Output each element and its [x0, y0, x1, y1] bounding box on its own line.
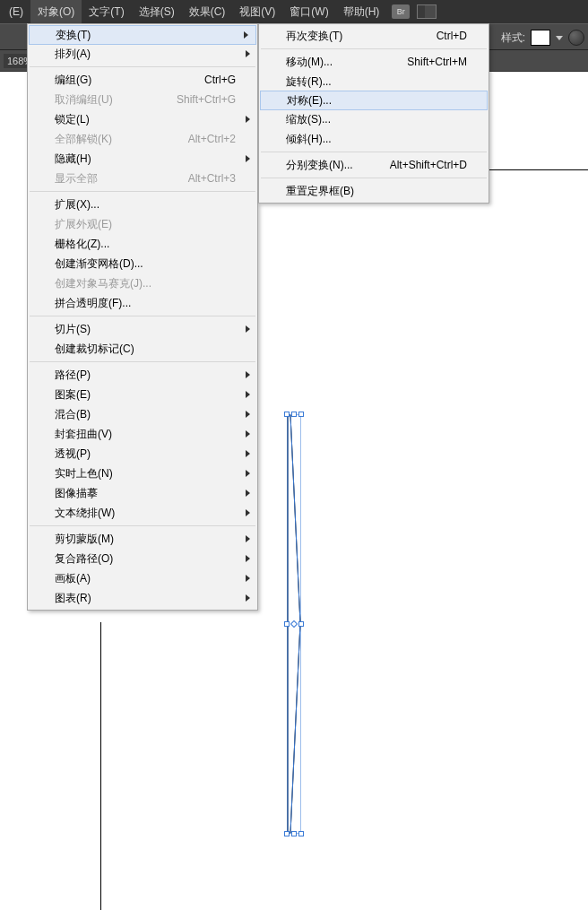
submenu-arrow-icon — [246, 411, 250, 418]
handle-bl[interactable] — [284, 831, 290, 836]
object-menu-item-3[interactable]: 编组(G)Ctrl+G — [28, 70, 257, 90]
transform-submenu-item-8[interactable]: 分别变换(N)...Alt+Shift+Ctrl+D — [259, 155, 489, 175]
object-menu-item-label: 画板(A) — [55, 568, 91, 588]
object-menu-item-31[interactable]: 画板(A) — [28, 568, 257, 588]
object-menu-item-13[interactable]: 创建渐变网格(D)... — [28, 254, 257, 273]
object-menu-item-15[interactable]: 拼合透明度(F)... — [28, 293, 257, 313]
menu-object[interactable]: 对象(O) — [30, 0, 82, 23]
menu-window[interactable]: 窗口(W) — [282, 0, 335, 23]
submenu-arrow-icon — [246, 450, 250, 457]
transform-submenu-item-4[interactable]: 对称(E)... — [260, 91, 488, 110]
menu-view[interactable]: 视图(V) — [232, 0, 282, 23]
object-menu-item-4: 取消编组(U)Shift+Ctrl+G — [28, 90, 257, 109]
submenu-arrow-icon — [246, 155, 250, 162]
object-menu-separator — [30, 361, 255, 362]
style-dropdown-icon[interactable] — [556, 36, 563, 40]
submenu-arrow-icon — [246, 391, 250, 398]
object-menu-item-7[interactable]: 隐藏(H) — [28, 149, 257, 169]
submenu-arrow-icon — [246, 325, 250, 333]
object-menu-item-shortcut: Shift+Ctrl+G — [150, 90, 236, 109]
object-menu-item-label: 显示全部 — [55, 169, 98, 188]
menu-edit-partial[interactable]: (E) — [2, 0, 30, 23]
object-menu-item-label: 全部解锁(K) — [55, 129, 112, 149]
object-menu-item-label: 路径(P) — [55, 365, 91, 385]
object-menu-item-27[interactable]: 文本绕排(W) — [28, 503, 257, 523]
transform-submenu-item-label: 缩放(S)... — [286, 109, 331, 129]
workspace-layout-icon[interactable] — [417, 4, 437, 19]
object-menu-item-5[interactable]: 锁定(L) — [28, 109, 257, 129]
menubar: (E) 对象(O) 文字(T) 选择(S) 效果(C) 视图(V) 窗口(W) … — [0, 0, 588, 23]
bridge-icon[interactable]: Br — [392, 4, 410, 19]
transform-submenu-item-label: 对称(E)... — [287, 91, 332, 110]
object-menu-separator — [30, 66, 255, 67]
object-menu-item-26[interactable]: 图像描摹 — [28, 483, 257, 503]
object-menu-item-shortcut: Alt+Ctrl+2 — [161, 129, 236, 149]
menu-type[interactable]: 文字(T) — [82, 0, 131, 23]
object-menu-item-18[interactable]: 创建裁切标记(C) — [28, 339, 257, 359]
object-menu-item-label: 创建对象马赛克(J)... — [55, 273, 151, 293]
transform-submenu-item-2[interactable]: 移动(M)...Shift+Ctrl+M — [259, 52, 489, 72]
transform-submenu-item-label: 倾斜(H)... — [286, 129, 332, 149]
object-menu-item-20[interactable]: 路径(P) — [28, 365, 257, 385]
selected-object[interactable] — [287, 414, 301, 834]
object-menu-item-32[interactable]: 图表(R) — [28, 588, 257, 608]
object-menu-item-6: 全部解锁(K)Alt+Ctrl+2 — [28, 129, 257, 149]
object-menu-item-30[interactable]: 复合路径(O) — [28, 549, 257, 568]
handle-tr[interactable] — [298, 412, 304, 417]
handle-ml[interactable] — [284, 621, 290, 627]
transform-submenu-item-5[interactable]: 缩放(S)... — [259, 109, 489, 129]
transform-submenu-separator — [261, 178, 487, 178]
handle-br[interactable] — [298, 831, 304, 836]
submenu-arrow-icon — [246, 535, 250, 542]
object-menu-item-22[interactable]: 混合(B) — [28, 404, 257, 424]
object-menu-item-label: 混合(B) — [55, 404, 91, 424]
handle-mb[interactable] — [291, 831, 297, 836]
menu-help[interactable]: 帮助(H) — [336, 0, 387, 23]
object-menu-item-21[interactable]: 图案(E) — [28, 385, 257, 404]
object-menu-item-shortcut: Alt+Ctrl+3 — [161, 169, 236, 188]
object-menu-item-29[interactable]: 剪切蒙版(M) — [28, 529, 257, 549]
object-menu-item-label: 拼合透明度(F)... — [55, 293, 131, 313]
object-menu-item-label: 扩展(X)... — [55, 195, 99, 214]
transform-submenu-item-label: 旋转(R)... — [286, 72, 332, 91]
menu-select[interactable]: 选择(S) — [132, 0, 182, 23]
transform-submenu-item-6[interactable]: 倾斜(H)... — [259, 129, 489, 149]
object-menu-item-label: 复合路径(O) — [55, 549, 113, 568]
handle-tl[interactable] — [284, 412, 290, 417]
object-menu-item-label: 图案(E) — [55, 385, 91, 404]
object-menu-item-0[interactable]: 变换(T) — [29, 25, 256, 45]
menu-effect[interactable]: 效果(C) — [182, 0, 233, 23]
object-menu-item-12[interactable]: 栅格化(Z)... — [28, 234, 257, 254]
object-menu-item-17[interactable]: 切片(S) — [28, 319, 257, 339]
transform-submenu-separator — [261, 48, 487, 49]
object-menu-item-14: 创建对象马赛克(J)... — [28, 273, 257, 293]
transform-submenu-item-3[interactable]: 旋转(R)... — [259, 72, 489, 91]
artboard-edge-v — [100, 622, 101, 910]
object-menu-item-23[interactable]: 封套扭曲(V) — [28, 424, 257, 444]
object-menu-item-label: 封套扭曲(V) — [55, 424, 112, 444]
style-swatch[interactable] — [531, 30, 550, 46]
transform-submenu-item-label: 重置定界框(B) — [286, 181, 354, 201]
handle-mr[interactable] — [298, 621, 304, 627]
object-menu-item-label: 剪切蒙版(M) — [55, 529, 114, 549]
object-menu-item-label: 创建渐变网格(D)... — [55, 254, 143, 273]
object-menu-item-label: 排列(A) — [55, 44, 91, 64]
transform-submenu: 再次变换(T)Ctrl+D移动(M)...Shift+Ctrl+M旋转(R)..… — [258, 23, 489, 204]
submenu-arrow-icon — [246, 490, 250, 497]
object-menu-item-label: 图表(R) — [55, 588, 91, 608]
object-menu-item-25[interactable]: 实时上色(N) — [28, 464, 257, 483]
transform-submenu-separator — [261, 152, 487, 152]
globe-icon[interactable] — [568, 30, 584, 46]
object-menu-item-10[interactable]: 扩展(X)... — [28, 195, 257, 214]
transform-submenu-item-0[interactable]: 再次变换(T)Ctrl+D — [259, 26, 489, 46]
object-menu-item-label: 透视(P) — [55, 444, 91, 464]
object-menu-item-label: 变换(T) — [56, 25, 91, 45]
transform-submenu-item-10[interactable]: 重置定界框(B) — [259, 181, 489, 201]
submenu-arrow-icon — [246, 509, 250, 516]
transform-submenu-item-label: 移动(M)... — [286, 52, 333, 72]
submenu-arrow-icon — [246, 371, 250, 378]
object-menu-item-1[interactable]: 排列(A) — [28, 44, 257, 64]
object-menu-item-24[interactable]: 透视(P) — [28, 444, 257, 464]
handle-mt[interactable] — [291, 412, 297, 417]
object-menu-item-label: 锁定(L) — [55, 109, 90, 129]
